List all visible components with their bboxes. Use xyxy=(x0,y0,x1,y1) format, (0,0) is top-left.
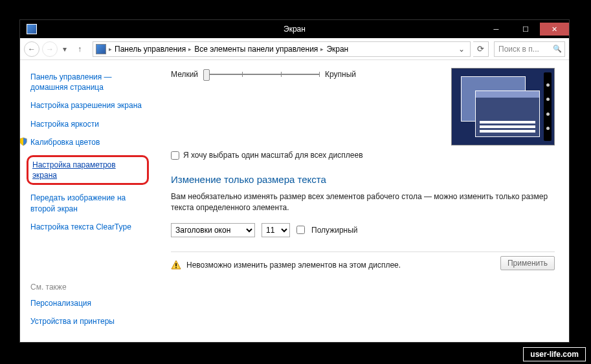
search-icon: 🔍 xyxy=(553,45,562,53)
display-icon xyxy=(96,44,106,54)
search-input[interactable]: Поиск в п... 🔍 xyxy=(494,41,565,57)
sidebar-link-calibration[interactable]: Калибровка цветов xyxy=(30,137,149,147)
svg-rect-0 xyxy=(175,263,177,266)
breadcrumb[interactable]: Все элементы панели управления xyxy=(194,45,318,54)
see-also-header: См. также xyxy=(30,283,149,292)
sidebar-link-personalization[interactable]: Персонализация xyxy=(30,298,149,308)
shield-icon xyxy=(20,137,28,146)
sidebar-link-display-params[interactable]: Настройка параметров экрана xyxy=(30,155,149,185)
scale-slider[interactable] xyxy=(203,68,320,81)
svg-rect-1 xyxy=(175,267,177,268)
sidebar-link-project[interactable]: Передать изображение на второй экран xyxy=(30,193,149,213)
window-title: Экран xyxy=(284,25,306,34)
warning-text: Невозможно изменить размер элементов на … xyxy=(186,261,401,270)
back-button[interactable]: ← xyxy=(24,41,39,57)
single-scale-row: Я хочу выбрать один масштаб для всех дис… xyxy=(171,151,555,160)
address-bar[interactable]: ▸ Панель управления ▸ Все элементы панел… xyxy=(93,41,471,57)
sidebar-link-label: Калибровка цветов xyxy=(30,138,100,147)
window-buttons: ─ ☐ ✕ xyxy=(482,23,569,36)
element-select[interactable]: Заголовки окон xyxy=(171,223,255,237)
body: Панель управления — домашняя страница На… xyxy=(20,60,569,342)
slider-thumb[interactable] xyxy=(203,69,210,81)
sidebar-link-resolution[interactable]: Настройка разрешения экрана xyxy=(30,100,149,111)
titlebar: Экран ─ ☐ ✕ xyxy=(20,20,569,38)
up-button[interactable]: ↑ xyxy=(72,41,87,57)
main-content: Мелкий Крупный Я хочу выбрать один масшт… xyxy=(159,60,569,342)
size-select[interactable]: 11 xyxy=(262,223,290,237)
refresh-button[interactable]: ⟳ xyxy=(473,41,489,57)
display-icon xyxy=(27,24,37,34)
warning-icon xyxy=(171,260,181,270)
sidebar-link-home[interactable]: Панель управления — домашняя страница xyxy=(30,72,149,92)
separator xyxy=(171,252,555,252)
single-scale-checkbox[interactable] xyxy=(171,151,179,160)
apply-button[interactable]: Применить xyxy=(500,256,555,270)
single-scale-label[interactable]: Я хочу выбрать один масштаб для всех дис… xyxy=(183,151,363,160)
display-preview xyxy=(451,68,555,145)
sidebar-link-label[interactable]: Настройка параметров экрана xyxy=(32,160,116,180)
slider-min-label: Мелкий xyxy=(171,70,198,79)
sidebar-link-devices[interactable]: Устройства и принтеры xyxy=(30,316,149,327)
watermark: user-life.com xyxy=(523,347,586,361)
window: Экран ─ ☐ ✕ ← → ▾ ↑ ▸ Панель управления … xyxy=(19,19,570,343)
section-description: Вам необязательно изменять размер всех э… xyxy=(171,191,555,214)
address-dropdown[interactable]: ⌄ xyxy=(456,45,467,54)
sidebar: Панель управления — домашняя страница На… xyxy=(20,60,159,342)
navbar: ← → ▾ ↑ ▸ Панель управления ▸ Все элемен… xyxy=(20,38,569,60)
minimize-button[interactable]: ─ xyxy=(482,23,511,36)
scale-slider-row: Мелкий Крупный xyxy=(171,68,445,81)
search-placeholder: Поиск в п... xyxy=(498,45,539,54)
chevron-right-icon: ▸ xyxy=(320,46,324,52)
history-dropdown[interactable]: ▾ xyxy=(60,45,69,54)
breadcrumb[interactable]: Экран xyxy=(326,45,348,54)
forward-button[interactable]: → xyxy=(42,41,58,57)
text-size-controls: Заголовки окон 11 Полужирный xyxy=(171,223,555,237)
highlight-annotation: Настройка параметров экрана xyxy=(27,155,149,185)
breadcrumb[interactable]: Панель управления xyxy=(115,45,186,54)
maximize-button[interactable]: ☐ xyxy=(511,23,540,36)
sidebar-link-brightness[interactable]: Настройка яркости xyxy=(30,119,149,129)
bold-checkbox[interactable] xyxy=(296,226,305,234)
sidebar-link-cleartype[interactable]: Настройка текста ClearType xyxy=(30,222,149,232)
chevron-right-icon: ▸ xyxy=(188,46,192,52)
section-title: Изменение только размера текста xyxy=(171,174,555,185)
bold-label[interactable]: Полужирный xyxy=(311,226,358,235)
close-button[interactable]: ✕ xyxy=(540,23,569,36)
slider-max-label: Крупный xyxy=(325,70,356,79)
chevron-right-icon: ▸ xyxy=(109,46,112,52)
